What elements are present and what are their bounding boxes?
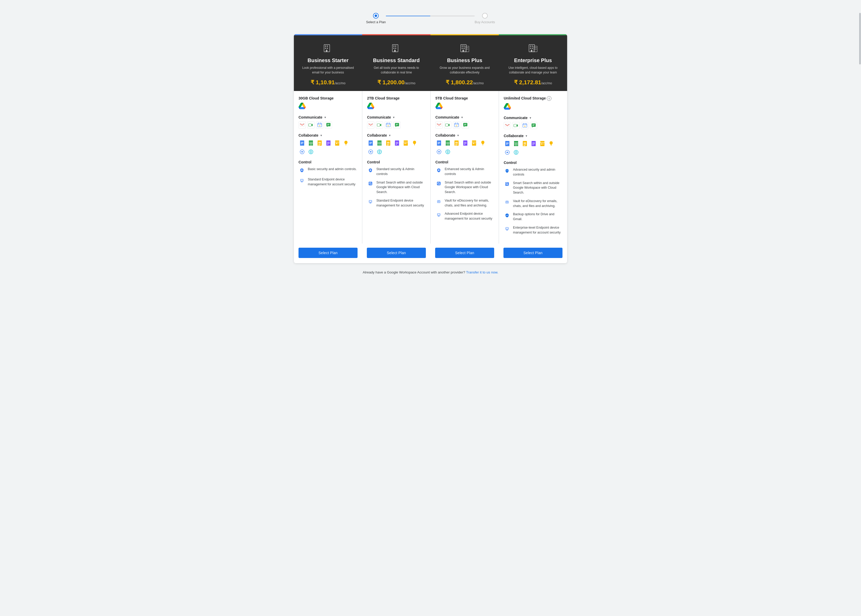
communicate-label-standard: Communicate: [367, 115, 391, 119]
select-plan-button-standard[interactable]: Select Plan: [367, 248, 426, 258]
communicate-icons-starter: 31: [299, 121, 357, 129]
communicate-title-standard[interactable]: Communicate ▼: [367, 115, 426, 119]
collaborate-title-plus[interactable]: Collaborate ▼: [435, 133, 494, 137]
svg-rect-105: [467, 49, 468, 49]
svg-rect-80: [404, 143, 406, 144]
svg-point-200: [506, 170, 508, 171]
plan-header-plus: Business Plus Grow as your business expa…: [430, 34, 499, 91]
svg-rect-171: [531, 123, 536, 127]
drive-icon-starter: [299, 102, 357, 111]
page-wrapper: Select a Plan Buy Accounts: [289, 0, 572, 290]
svg-rect-119: [446, 140, 450, 146]
plan-desc-standard: Get all tools your teams needs to collab…: [367, 66, 425, 75]
control-title-enterprise: Control: [504, 160, 562, 165]
communicate-chevron-standard: ▼: [393, 116, 395, 119]
plan-name-enterprise: Enterprise Plus: [514, 58, 552, 63]
svg-rect-162: [536, 47, 536, 48]
control-item-standard-2: Standard Endpoint device management for …: [367, 198, 426, 208]
communicate-title-starter[interactable]: Communicate ▼: [299, 115, 357, 119]
svg-rect-156: [532, 46, 533, 47]
sites-icon: [402, 140, 409, 147]
gmail-icon: [367, 121, 374, 129]
collaborate-title-standard[interactable]: Collaborate ▼: [367, 133, 426, 137]
select-plan-button-plus[interactable]: Select Plan: [435, 248, 494, 258]
svg-rect-104: [466, 49, 467, 49]
control-text-enterprise-4: Enterprise-level Endpoint device managem…: [513, 225, 562, 235]
progress-step-2: Buy Accounts: [474, 13, 495, 24]
control-item-plus-3: Advanced Endpoint device management for …: [435, 211, 494, 221]
gmail-icon: [504, 122, 511, 129]
docs-icon: [299, 140, 306, 147]
control-text-starter-1: Standard Endpoint device management for …: [308, 177, 357, 187]
svg-rect-161: [534, 47, 535, 48]
plan-footer-enterprise: Select Plan: [499, 244, 567, 263]
svg-rect-99: [463, 48, 465, 49]
plan-header-standard: Business Standard Get all tools your tea…: [362, 34, 430, 91]
plan-footer-standard: Select Plan: [362, 244, 430, 263]
svg-point-41: [301, 170, 303, 171]
plan-body-standard: 2TB Cloud Storage Communicate ▼: [362, 91, 430, 244]
currents-icon: [504, 149, 511, 156]
plan-desc-plus: Grow as your business expands and collab…: [436, 66, 494, 75]
plan-price-enterprise: ₹ 2,172.81/acc/mo: [514, 79, 552, 86]
svg-rect-65: [377, 140, 382, 146]
svg-rect-74: [395, 140, 399, 146]
svg-text:31: 31: [388, 125, 389, 127]
control-text-plus-2: Vault for eDiscovery for emails, chats, …: [445, 198, 494, 208]
control-title-starter: Control: [299, 160, 357, 164]
keep-icon: [479, 140, 486, 147]
scrollbar-thumb[interactable]: [859, 13, 861, 64]
plan-building-icon-plus: [460, 42, 470, 55]
storage-label-standard: 2TB Cloud Storage: [367, 96, 426, 100]
communicate-title-enterprise[interactable]: Communicate ▼: [504, 116, 562, 120]
select-plan-button-starter[interactable]: Select Plan: [299, 248, 358, 258]
slides-icon: [385, 140, 392, 147]
slides-icon: [453, 140, 460, 147]
sites-icon: [539, 140, 546, 147]
storage-info-icon[interactable]: i: [547, 96, 551, 101]
svg-rect-163: [534, 49, 535, 49]
communicate-title-plus[interactable]: Communicate ▼: [435, 115, 494, 119]
plan-header-starter: Business Starter Look professional with …: [294, 34, 362, 91]
calendar-icon: 31: [521, 122, 528, 129]
calendar-icon: 31: [316, 121, 323, 129]
collaborate-title-enterprise[interactable]: Collaborate ▼: [504, 134, 562, 138]
svg-rect-102: [466, 47, 467, 48]
control-item-enterprise-3: Backup options for Drive and Gmail.: [504, 212, 562, 222]
svg-point-87: [370, 170, 371, 171]
plan-name-starter: Business Starter: [308, 58, 349, 63]
control-icon-plus-0: [435, 167, 442, 173]
control-icon-enterprise-2: [504, 199, 511, 206]
control-icon-standard-2: [367, 198, 374, 205]
svg-rect-28: [326, 140, 330, 146]
svg-rect-48: [395, 46, 396, 47]
svg-rect-1: [325, 46, 326, 47]
storage-section-starter: 30GB Cloud Storage: [299, 96, 357, 111]
control-section-standard: Control Standard security & Admin contro…: [367, 160, 426, 239]
docs-icon: [367, 140, 374, 147]
transfer-link[interactable]: Transfer it to us now.: [466, 270, 498, 274]
meet-icon: [307, 121, 314, 129]
control-item-plus-1: Smart Search within and outside Google W…: [435, 180, 494, 195]
keep-icon: [548, 140, 555, 147]
plan-body-starter: 30GB Cloud Storage Communicate ▼: [294, 91, 362, 244]
collaborate-icons-standard: [367, 140, 426, 156]
plan-price-standard: ₹ 1,200.00/acc/mo: [377, 79, 416, 86]
plan-card-enterprise: Enterprise Plus Use intelligent, cloud-b…: [499, 34, 567, 263]
step-circle-1: [373, 13, 379, 19]
svg-rect-34: [336, 143, 337, 144]
plan-price-suffix-enterprise: /acc/mo: [541, 82, 552, 85]
forms-icon: [462, 140, 469, 147]
storage-section-enterprise: Unlimited Cloud Storagei: [504, 96, 562, 111]
control-text-standard-1: Smart Search within and outside Google W…: [376, 180, 426, 195]
plan-building-icon-enterprise: [528, 42, 538, 55]
keep-icon: [343, 140, 350, 147]
control-icon-enterprise-1: [504, 181, 511, 187]
collaborate-title-starter[interactable]: Collaborate ▼: [299, 133, 357, 137]
svg-rect-125: [455, 142, 458, 143]
slides-icon: [521, 140, 528, 147]
select-plan-button-enterprise[interactable]: Select Plan: [503, 248, 562, 258]
keep-icon: [411, 140, 418, 147]
step-circle-2: [482, 13, 488, 19]
scrollbar[interactable]: [859, 0, 861, 616]
